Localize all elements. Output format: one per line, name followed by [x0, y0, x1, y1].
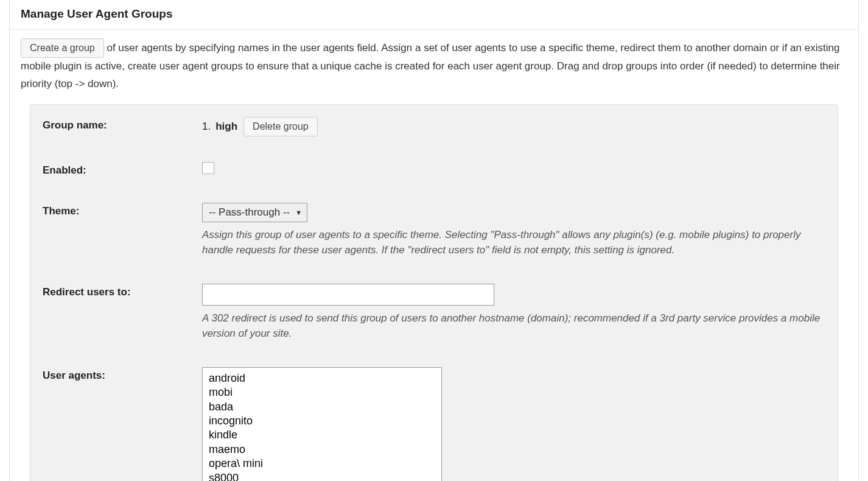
row-theme: Theme: -- Pass-through -- ▼ Assign this …: [43, 203, 825, 258]
row-group-name: Group name: 1. high Delete group: [43, 117, 825, 136]
label-redirect: Redirect users to:: [43, 284, 202, 298]
divider: [10, 29, 858, 30]
create-group-button[interactable]: Create a group: [21, 38, 104, 58]
group-settings-box: Group name: 1. high Delete group Enabled…: [30, 104, 838, 481]
theme-help-text: Assign this group of user agents to a sp…: [202, 227, 825, 258]
redirect-help-text: A 302 redirect is used to send this grou…: [202, 311, 825, 342]
page-title: Manage User Agent Groups: [21, 7, 847, 21]
label-theme: Theme:: [43, 203, 202, 217]
enabled-checkbox[interactable]: [202, 162, 214, 174]
user-agents-textarea[interactable]: android mobi bada incognito kindle maemo…: [202, 367, 442, 481]
label-user-agents: User agents:: [43, 367, 202, 382]
theme-select[interactable]: -- Pass-through -- ▼: [202, 203, 307, 222]
redirect-input[interactable]: [202, 284, 494, 306]
group-index: 1.: [202, 121, 211, 133]
intro-text: of user agents by specifying names in th…: [21, 42, 840, 90]
chevron-down-icon: ▼: [295, 209, 302, 216]
group-name-value: high: [215, 121, 237, 133]
intro-paragraph: Create a group of user agents by specify…: [21, 38, 847, 93]
row-user-agents: User agents: android mobi bada incognito…: [43, 367, 825, 481]
delete-group-button[interactable]: Delete group: [243, 117, 318, 136]
row-redirect: Redirect users to: A 302 redirect is use…: [43, 284, 825, 342]
row-enabled: Enabled:: [43, 162, 825, 177]
theme-selected-value: -- Pass-through --: [209, 206, 290, 218]
label-enabled: Enabled:: [43, 162, 202, 177]
label-group-name: Group name:: [43, 117, 202, 132]
